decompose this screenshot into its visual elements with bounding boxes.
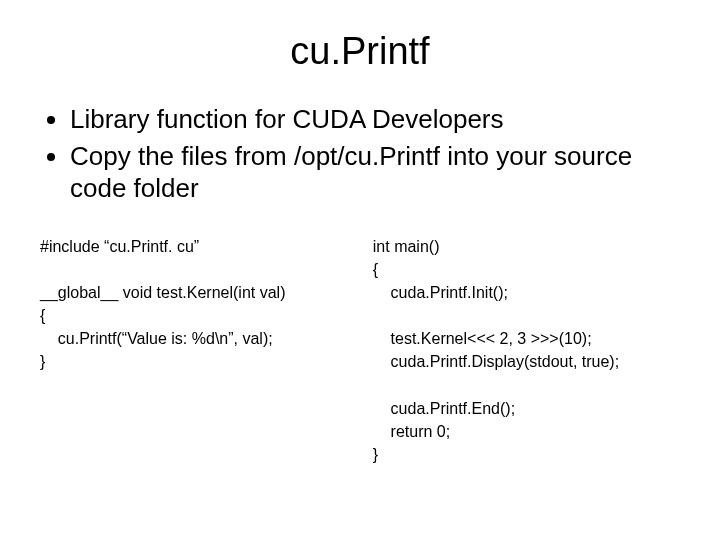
- slide-title: cu.Printf: [40, 30, 680, 73]
- slide: cu.Printf Library function for CUDA Deve…: [0, 0, 720, 540]
- code-right: int main() { cuda.Printf.Init(); test.Ke…: [373, 235, 680, 467]
- code-left: #include “cu.Printf. cu” __global__ void…: [40, 235, 373, 467]
- code-columns: #include “cu.Printf. cu” __global__ void…: [40, 235, 680, 467]
- bullet-item: Library function for CUDA Developers: [70, 103, 680, 136]
- bullet-list: Library function for CUDA Developers Cop…: [40, 103, 680, 205]
- bullet-item: Copy the files from /opt/cu.Printf into …: [70, 140, 680, 205]
